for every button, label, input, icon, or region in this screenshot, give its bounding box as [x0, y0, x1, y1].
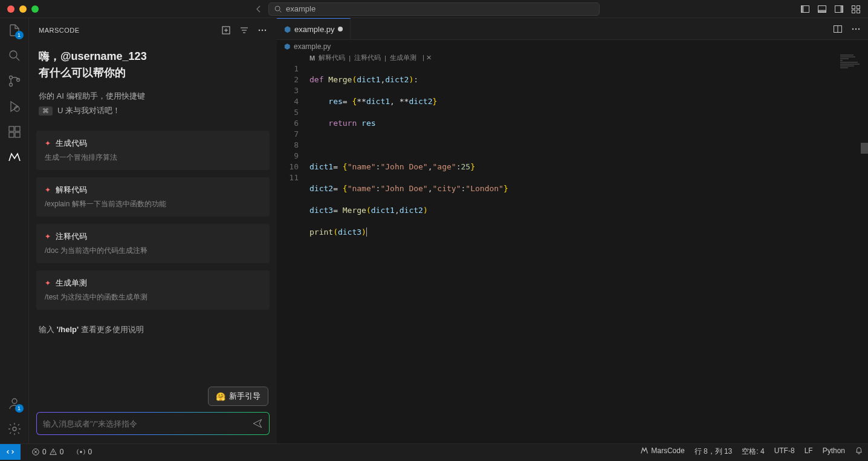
- status-encoding[interactable]: UTF-8: [769, 446, 800, 455]
- scroll-marker[interactable]: [861, 143, 868, 154]
- status-notifications[interactable]: [850, 446, 868, 455]
- split-editor-icon[interactable]: [833, 24, 843, 34]
- minimize-window-button[interactable]: [19, 5, 27, 13]
- svg-point-12: [9, 76, 12, 79]
- accounts-badge: 1: [15, 404, 24, 413]
- card-explain-code[interactable]: ✦解释代码 /explain 解释一下当前选中函数的功能: [36, 177, 270, 217]
- remote-button[interactable]: [0, 444, 21, 460]
- marscode-activity[interactable]: [7, 150, 22, 165]
- svg-rect-19: [15, 126, 20, 131]
- card-title: 解释代码: [56, 185, 87, 195]
- settings-activity[interactable]: [7, 422, 22, 436]
- editor-area: ⬢ example.py ⬢ example.py M 解释代码 | 注释代码 …: [277, 18, 868, 443]
- chat-input-field[interactable]: [43, 419, 252, 428]
- accounts-activity[interactable]: 1: [7, 396, 22, 411]
- svg-point-29: [858, 28, 860, 29]
- command-center-search[interactable]: example: [268, 2, 600, 16]
- more-icon[interactable]: [257, 25, 267, 35]
- status-language[interactable]: Python: [818, 446, 850, 455]
- minimap[interactable]: [840, 54, 862, 79]
- svg-rect-9: [852, 10, 855, 13]
- editor-tabs: ⬢ example.py: [277, 18, 868, 40]
- newbie-guide-button[interactable]: 🤗 新手引导: [208, 387, 268, 406]
- svg-rect-16: [9, 126, 14, 131]
- layout-panel-icon[interactable]: [817, 4, 827, 14]
- codelens-explain[interactable]: 解释代码: [319, 53, 345, 62]
- search-activity[interactable]: [7, 48, 22, 63]
- svg-point-24: [262, 30, 263, 31]
- svg-point-28: [855, 28, 857, 29]
- svg-rect-8: [857, 5, 860, 8]
- marscode-panel: MARSCODE 嗨，@username_123 有什么可以帮你的 你的 AI …: [29, 18, 277, 443]
- greeting-line1: 嗨，@username_123: [39, 48, 267, 65]
- more-editor-actions-icon[interactable]: [851, 24, 861, 34]
- svg-point-21: [13, 427, 16, 431]
- bell-icon: [855, 446, 863, 455]
- status-marscode[interactable]: MarsCode: [635, 446, 689, 455]
- status-cursor-pos[interactable]: 行 8，列 13: [690, 446, 737, 457]
- card-title: 生成单测: [56, 278, 87, 289]
- marscode-logo-icon: M: [309, 54, 315, 62]
- code-content[interactable]: def Merge(dict1,dict2): res= {**dict1, *…: [309, 64, 868, 325]
- card-desc: 生成一个冒泡排序算法: [45, 152, 261, 163]
- error-icon: [31, 448, 40, 456]
- nav-back-icon[interactable]: [254, 4, 264, 14]
- layout-customize-icon[interactable]: [851, 4, 861, 14]
- card-title: 注释代码: [56, 231, 87, 242]
- layout-secondary-sidebar-icon[interactable]: [834, 4, 844, 14]
- explorer-activity[interactable]: 1: [7, 23, 22, 38]
- codelens-comment[interactable]: 注释代码: [354, 53, 381, 62]
- layout-primary-sidebar-icon[interactable]: [800, 4, 810, 14]
- svg-point-11: [10, 51, 17, 58]
- codelens-close-icon[interactable]: | ✕: [423, 54, 432, 62]
- status-eol[interactable]: LF: [800, 446, 818, 455]
- marscode-icon: [640, 446, 649, 455]
- svg-rect-6: [841, 5, 843, 12]
- sparkle-icon: ✦: [45, 139, 51, 148]
- line-gutter: 1 2 3 4 5 6 7 8 9 10 11: [277, 64, 309, 325]
- codelens-test[interactable]: 生成单测: [390, 53, 416, 62]
- run-debug-activity[interactable]: [7, 99, 22, 114]
- new-chat-icon[interactable]: [221, 25, 231, 35]
- status-bar: 0 0 0 MarsCode 行 8，列 13 空格: 4 UTF-8 LF P…: [0, 443, 868, 459]
- code-editor[interactable]: 1 2 3 4 5 6 7 8 9 10 11 def Merge(dict1,…: [277, 62, 868, 325]
- svg-point-23: [259, 30, 260, 31]
- status-indentation[interactable]: 空格: 4: [737, 446, 769, 457]
- card-desc: /doc 为当前选中的代码生成注释: [45, 246, 261, 256]
- status-ports[interactable]: 0: [72, 444, 97, 459]
- tab-label: example.py: [294, 25, 334, 34]
- title-bar: example: [0, 0, 868, 18]
- breadcrumb[interactable]: ⬢ example.py: [277, 40, 868, 53]
- svg-point-0: [275, 6, 280, 11]
- svg-rect-2: [802, 5, 804, 12]
- card-generate-code[interactable]: ✦生成代码 生成一个冒泡排序算法: [36, 131, 270, 170]
- guide-emoji-icon: 🤗: [216, 392, 225, 401]
- sidebar-title: MARSCODE: [39, 27, 80, 34]
- shortcut-key: ⌘: [39, 106, 53, 116]
- svg-point-25: [265, 30, 266, 31]
- codelens-row: M 解释代码 | 注释代码 | 生成单测 | ✕: [277, 53, 868, 62]
- close-window-button[interactable]: [7, 5, 15, 13]
- tab-example-py[interactable]: ⬢ example.py: [277, 18, 351, 39]
- sparkle-icon: ✦: [45, 279, 51, 287]
- breadcrumb-file: example.py: [294, 42, 331, 51]
- extensions-activity[interactable]: [7, 125, 22, 139]
- send-icon[interactable]: [252, 418, 263, 429]
- dirty-indicator-icon: [338, 27, 343, 31]
- activity-bar: 1 1: [0, 18, 29, 443]
- svg-rect-4: [818, 10, 826, 12]
- sub-message: 你的 AI 编程助手，使用快捷键: [29, 86, 277, 103]
- svg-point-31: [80, 451, 83, 453]
- maximize-window-button[interactable]: [31, 5, 39, 13]
- card-desc: /explain 解释一下当前选中函数的功能: [45, 199, 261, 209]
- broadcast-icon: [77, 448, 85, 456]
- shortcut-text: U 来与我对话吧！: [57, 105, 120, 116]
- status-problems[interactable]: 0 0: [27, 444, 68, 459]
- warning-icon: [49, 448, 57, 456]
- source-control-activity[interactable]: [7, 74, 22, 88]
- python-file-icon: ⬢: [284, 42, 290, 51]
- card-generate-test[interactable]: ✦生成单测 /test 为这段选中的函数生成单测: [36, 270, 270, 310]
- chat-input[interactable]: [36, 412, 270, 435]
- filter-icon[interactable]: [239, 25, 249, 35]
- card-comment-code[interactable]: ✦注释代码 /doc 为当前选中的代码生成注释: [36, 224, 270, 263]
